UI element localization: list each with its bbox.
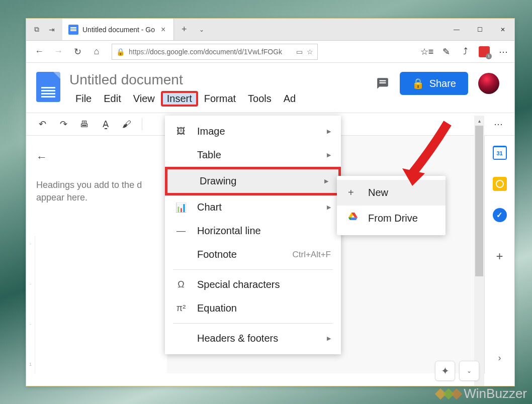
back-button[interactable]: ← bbox=[31, 44, 47, 60]
window-controls: — ☐ ✕ bbox=[445, 19, 514, 40]
spellcheck-icon[interactable]: A̱ bbox=[100, 118, 112, 130]
refresh-button[interactable]: ↻ bbox=[69, 44, 85, 60]
insert-table-label: Table bbox=[197, 149, 221, 161]
favorites-icon[interactable]: ☆≡ bbox=[421, 46, 433, 58]
notes-icon[interactable]: ✎ bbox=[440, 46, 452, 58]
insert-footnote[interactable]: Footnote Ctrl+Alt+F bbox=[165, 243, 341, 266]
submenu-arrow-icon: ▶ bbox=[327, 335, 331, 342]
share-button[interactable]: 🔒 Share bbox=[400, 72, 468, 95]
submenu-arrow-icon: ▶ bbox=[327, 152, 331, 158]
scroll-thumb[interactable] bbox=[475, 126, 483, 276]
tab-aside-icon[interactable]: ⧉ bbox=[30, 23, 43, 36]
pi-icon: π² bbox=[175, 303, 187, 314]
shortcut-label: Ctrl+Alt+F bbox=[292, 250, 331, 260]
addons-plus-icon[interactable]: + bbox=[496, 249, 503, 263]
address-bar: ← → ↻ ⌂ 🔒 https://docs.google.com/docume… bbox=[26, 41, 514, 63]
side-panel-collapse-icon[interactable]: › bbox=[498, 353, 501, 363]
tasks-icon[interactable] bbox=[493, 208, 507, 222]
print-icon[interactable]: 🖶 bbox=[78, 118, 91, 130]
drawing-from-drive[interactable]: From Drive bbox=[337, 206, 446, 231]
menu-insert[interactable]: Insert bbox=[161, 91, 198, 107]
docs-favicon-icon bbox=[68, 25, 78, 35]
tab-set-aside-icon[interactable]: ⇥ bbox=[45, 23, 58, 36]
menu-view[interactable]: View bbox=[127, 91, 161, 107]
menu-bar: File Edit View Insert Format Tools Ad bbox=[69, 91, 367, 107]
vertical-scrollbar[interactable]: ▴ bbox=[474, 116, 484, 386]
close-window-button[interactable]: ✕ bbox=[491, 19, 514, 40]
insert-chart[interactable]: 📊 Chart ▶ bbox=[165, 195, 341, 219]
insert-image-label: Image bbox=[197, 126, 225, 137]
submenu-arrow-icon: ▶ bbox=[327, 204, 331, 211]
drawing-new[interactable]: + New bbox=[337, 180, 446, 206]
header-actions: 🔒 Share bbox=[376, 72, 504, 95]
tab-actions-left: ⧉ ⇥ bbox=[26, 19, 62, 40]
paint-format-icon[interactable]: 🖌 bbox=[121, 118, 133, 130]
tab-close-icon[interactable]: × bbox=[159, 25, 167, 34]
calendar-icon[interactable] bbox=[493, 146, 507, 160]
browser-window: ⧉ ⇥ Untitled document - Go × + ⌄ — ☐ ✕ ←… bbox=[26, 18, 515, 386]
insert-drawing-label: Drawing bbox=[200, 175, 236, 187]
line-icon: — bbox=[175, 226, 187, 236]
document-header: Untitled document File Edit View Insert … bbox=[26, 63, 514, 107]
browser-tab-active[interactable]: Untitled document - Go × bbox=[62, 19, 174, 40]
share-page-icon[interactable]: ⤴ bbox=[459, 46, 471, 58]
redo-icon[interactable]: ↷ bbox=[57, 118, 69, 130]
menu-separator bbox=[173, 323, 333, 324]
comments-icon[interactable] bbox=[376, 77, 390, 90]
outline-placeholder: Headings you add to the d appear here. bbox=[36, 179, 157, 204]
insert-image[interactable]: 🖼 Image ▶ bbox=[165, 120, 341, 143]
outline-panel: ---1- ← Headings you add to the d appear… bbox=[26, 136, 167, 373]
insert-hline-label: Horizontal line bbox=[197, 225, 261, 237]
image-icon: 🖼 bbox=[175, 126, 187, 137]
insert-special-characters[interactable]: Ω Special characters bbox=[165, 273, 341, 296]
insert-horizontal-line[interactable]: — Horizontal line bbox=[165, 219, 341, 243]
menu-file[interactable]: File bbox=[69, 91, 98, 107]
insert-dropdown: 🖼 Image ▶ Table ▶ Drawing ▶ 📊 Chart ▶ — bbox=[165, 116, 341, 354]
insert-table[interactable]: Table ▶ bbox=[165, 143, 341, 167]
reading-view-icon[interactable]: ▭ bbox=[296, 48, 303, 56]
menu-addons[interactable]: Ad bbox=[278, 91, 302, 107]
insert-headers-footers[interactable]: Headers & footers ▶ bbox=[165, 327, 341, 350]
favorite-star-icon[interactable]: ☆ bbox=[307, 48, 313, 56]
menu-tools[interactable]: Tools bbox=[242, 91, 278, 107]
bottom-right-controls: ✦ ⌄ bbox=[435, 361, 479, 381]
document-title[interactable]: Untitled document bbox=[69, 72, 367, 88]
keep-icon[interactable] bbox=[493, 177, 507, 191]
undo-icon[interactable]: ↶ bbox=[36, 118, 48, 130]
drawing-new-label: New bbox=[368, 187, 388, 198]
scroll-up-icon[interactable]: ▴ bbox=[474, 116, 484, 126]
insert-drawing[interactable]: Drawing ▶ bbox=[165, 167, 341, 195]
toolbar-more-icon[interactable]: ⋯ bbox=[492, 118, 504, 130]
insert-headers-label: Headers & footers bbox=[197, 333, 278, 344]
menu-separator bbox=[173, 269, 333, 270]
scroll-down-button[interactable]: ⌄ bbox=[459, 361, 479, 381]
tab-bar: ⧉ ⇥ Untitled document - Go × + ⌄ — ☐ ✕ bbox=[26, 19, 514, 41]
chart-icon: 📊 bbox=[175, 202, 187, 213]
minimize-button[interactable]: — bbox=[445, 19, 468, 40]
maximize-button[interactable]: ☐ bbox=[468, 19, 491, 40]
menu-format[interactable]: Format bbox=[198, 91, 242, 107]
insert-equation[interactable]: π² Equation bbox=[165, 296, 341, 320]
extension-abp-icon[interactable]: 1 bbox=[478, 46, 490, 58]
more-icon[interactable]: ⋯ bbox=[497, 46, 509, 58]
url-field[interactable]: 🔒 https://docs.google.com/document/d/1Vw… bbox=[112, 44, 318, 60]
tab-dropdown-icon[interactable]: ⌄ bbox=[194, 19, 209, 40]
omega-icon: Ω bbox=[175, 279, 187, 290]
home-button[interactable]: ⌂ bbox=[88, 44, 105, 60]
insert-equation-label: Equation bbox=[197, 302, 237, 314]
docs-logo-icon[interactable] bbox=[36, 72, 60, 102]
separator bbox=[142, 118, 142, 130]
forward-button[interactable]: → bbox=[50, 44, 66, 60]
insert-footnote-label: Footnote bbox=[197, 249, 237, 260]
explore-button[interactable]: ✦ bbox=[435, 361, 455, 381]
drawing-submenu: + New From Drive bbox=[337, 176, 446, 235]
menu-edit[interactable]: Edit bbox=[98, 91, 127, 107]
plus-icon: + bbox=[348, 187, 359, 198]
side-panel: + › bbox=[484, 136, 514, 373]
drawing-drive-label: From Drive bbox=[368, 213, 418, 224]
url-text: https://docs.google.com/document/d/1VwLf… bbox=[129, 48, 282, 56]
new-tab-button[interactable]: + bbox=[174, 19, 194, 40]
account-avatar[interactable] bbox=[478, 73, 499, 94]
watermark: WinBuzzer bbox=[436, 386, 527, 401]
outline-collapse-icon[interactable]: ← bbox=[36, 151, 157, 164]
